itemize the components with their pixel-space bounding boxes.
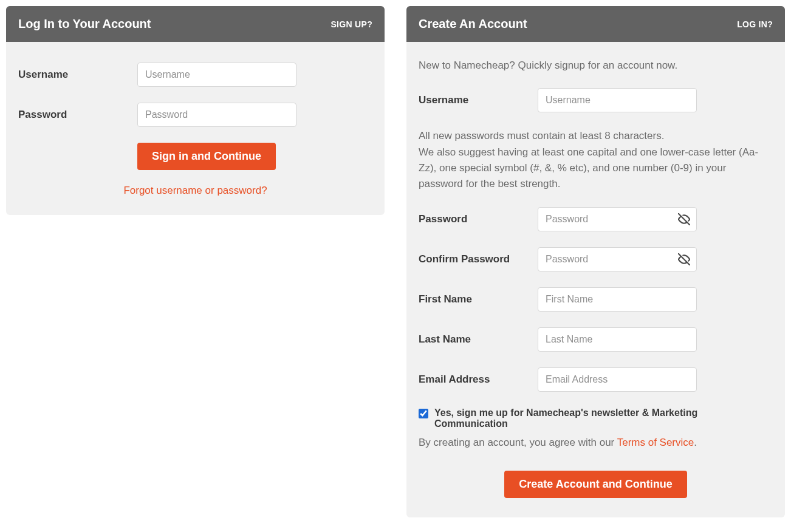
login-password-label: Password	[18, 109, 137, 121]
login-link[interactable]: LOG IN?	[737, 19, 773, 29]
signup-firstname-input[interactable]	[538, 287, 697, 312]
signup-lastname-row: Last Name	[419, 327, 773, 352]
login-password-row: Password	[18, 103, 372, 127]
agree-prefix: By creating an account, you agree with o…	[419, 437, 617, 448]
login-submit-button[interactable]: Sign in and Continue	[137, 143, 276, 170]
signup-confirm-input[interactable]	[538, 247, 697, 271]
login-username-label: Username	[18, 69, 137, 81]
signup-email-row: Email Address	[419, 367, 773, 392]
signup-username-input[interactable]	[538, 88, 697, 112]
newsletter-row: Yes, sign me up for Namecheap's newslett…	[419, 408, 773, 429]
login-username-row: Username	[18, 63, 372, 87]
signup-submit-button[interactable]: Create Account and Continue	[504, 471, 687, 498]
newsletter-checkbox[interactable]	[419, 409, 428, 418]
signup-title: Create An Account	[419, 17, 527, 31]
login-header: Log In to Your Account SIGN UP?	[6, 6, 385, 42]
signup-firstname-row: First Name	[419, 287, 773, 312]
signup-lastname-input[interactable]	[538, 327, 697, 352]
signup-confirm-label: Confirm Password	[419, 253, 538, 265]
signup-panel: Create An Account LOG IN? New to Nameche…	[406, 6, 785, 517]
signup-username-row: Username	[419, 88, 773, 112]
tos-link[interactable]: Terms of Service	[617, 437, 694, 448]
password-hint: All new passwords must contain at least …	[419, 128, 773, 192]
signup-password-label: Password	[419, 213, 538, 225]
signup-password-input[interactable]	[538, 207, 697, 231]
signup-firstname-label: First Name	[419, 293, 538, 305]
login-username-input[interactable]	[137, 63, 296, 87]
signup-username-label: Username	[419, 94, 538, 106]
newsletter-label: Yes, sign me up for Namecheap's newslett…	[434, 408, 773, 429]
signup-link[interactable]: SIGN UP?	[330, 19, 372, 29]
eye-off-icon[interactable]	[677, 213, 691, 226]
login-body: Username Password Sign in and Continue F…	[6, 42, 385, 215]
signup-email-input[interactable]	[538, 367, 697, 392]
forgot-link[interactable]: Forgot username or password?	[123, 185, 267, 196]
eye-off-icon[interactable]	[677, 253, 691, 266]
signup-header: Create An Account LOG IN?	[406, 6, 785, 42]
signup-intro: New to Namecheap? Quickly signup for an …	[419, 58, 773, 73]
signup-lastname-label: Last Name	[419, 333, 538, 346]
agree-text: By creating an account, you agree with o…	[419, 437, 773, 449]
signup-email-label: Email Address	[419, 373, 538, 386]
signup-confirm-row: Confirm Password	[419, 247, 773, 271]
signup-password-row: Password	[419, 207, 773, 231]
agree-suffix: .	[694, 437, 697, 448]
login-password-input[interactable]	[137, 103, 296, 127]
login-title: Log In to Your Account	[18, 17, 151, 31]
login-panel: Log In to Your Account SIGN UP? Username…	[6, 6, 385, 215]
signup-body: New to Namecheap? Quickly signup for an …	[406, 42, 785, 517]
